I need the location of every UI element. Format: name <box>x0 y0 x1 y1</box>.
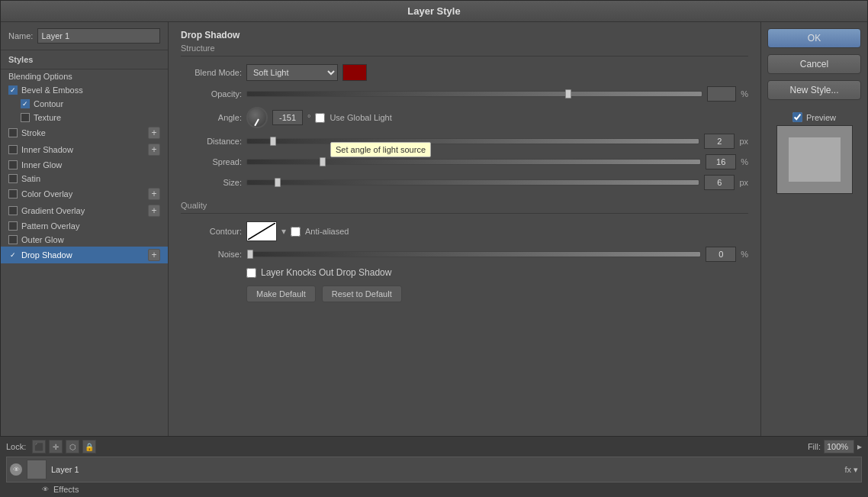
opacity-input[interactable] <box>707 86 736 102</box>
style-item-drop-shadow[interactable]: Drop Shadow + <box>1 247 168 263</box>
noise-input[interactable] <box>706 247 736 262</box>
blend-mode-select[interactable]: Soft Light Normal Multiply <box>246 64 338 81</box>
style-item-contour[interactable]: Contour <box>1 97 168 111</box>
spread-slider-thumb[interactable] <box>320 157 326 166</box>
texture-checkbox[interactable] <box>21 113 30 122</box>
inner-shadow-checkbox[interactable] <box>8 145 18 154</box>
lock-label: Lock: <box>6 442 26 451</box>
blending-options-item[interactable]: Blending Options <box>1 69 168 83</box>
satin-checkbox[interactable] <box>8 174 18 183</box>
reset-default-button[interactable]: Reset to Default <box>322 286 402 302</box>
drop-shadow-checkbox[interactable] <box>8 250 18 260</box>
drop-shadow-plus[interactable]: + <box>148 249 160 261</box>
action-buttons: Make Default Reset to Default <box>246 286 748 302</box>
preview-label: Preview <box>806 113 836 122</box>
size-slider-thumb[interactable] <box>275 178 281 187</box>
pattern-overlay-label: Pattern Overlay <box>21 221 79 231</box>
stroke-label: Stroke <box>21 128 46 137</box>
layer-fx-icon[interactable]: fx ▾ <box>844 465 858 475</box>
distance-input[interactable] <box>704 134 735 149</box>
lock-artboard-btn[interactable]: ⬡ <box>66 440 79 453</box>
spread-input[interactable] <box>706 154 736 169</box>
angle-input[interactable] <box>272 110 303 125</box>
style-item-outer-glow[interactable]: Outer Glow <box>1 233 168 247</box>
size-slider[interactable] <box>246 179 699 186</box>
distance-slider-thumb[interactable] <box>270 137 276 146</box>
style-item-texture[interactable]: Texture <box>1 111 168 124</box>
contour-preview[interactable] <box>246 221 277 241</box>
anti-aliased-checkbox[interactable] <box>291 227 301 237</box>
preview-inner <box>789 137 841 182</box>
gradient-overlay-label: Gradient Overlay <box>21 206 85 215</box>
distance-row: Distance: px <box>181 134 748 149</box>
style-item-bevel[interactable]: Bevel & Emboss <box>1 83 168 97</box>
layer-knocks-checkbox[interactable] <box>246 268 256 278</box>
ok-button[interactable]: OK <box>767 28 861 48</box>
use-global-label: Use Global Light <box>330 113 391 122</box>
color-overlay-checkbox[interactable] <box>8 189 18 198</box>
style-item-gradient-overlay[interactable]: Gradient Overlay + <box>1 202 168 219</box>
style-item-pattern-overlay[interactable]: Pattern Overlay <box>1 219 168 233</box>
contour-dropdown-icon[interactable]: ▾ <box>281 226 286 237</box>
use-global-checkbox[interactable] <box>315 113 325 123</box>
outer-glow-checkbox[interactable] <box>8 235 18 244</box>
outer-glow-label: Outer Glow <box>21 235 64 244</box>
spread-slider[interactable] <box>246 159 701 165</box>
layer-visibility-icon[interactable]: 👁 <box>10 463 22 476</box>
size-input[interactable] <box>704 175 735 190</box>
distance-unit: px <box>739 137 748 146</box>
dialog-titlebar: Layer Style <box>1 1 867 22</box>
name-input[interactable] <box>37 28 160 44</box>
opacity-label: Opacity: <box>181 89 242 98</box>
distance-slider[interactable] <box>246 138 699 144</box>
lock-pixels-btn[interactable]: ⬛ <box>32 440 46 453</box>
opacity-slider[interactable] <box>246 91 702 97</box>
make-default-button[interactable]: Make Default <box>246 286 316 302</box>
pattern-overlay-checkbox[interactable] <box>8 221 18 231</box>
style-item-color-overlay[interactable]: Color Overlay + <box>1 186 168 202</box>
style-item-inner-shadow[interactable]: Inner Shadow + <box>1 141 168 158</box>
cancel-button[interactable]: Cancel <box>767 54 861 74</box>
lock-all-btn[interactable]: 🔒 <box>82 440 96 453</box>
style-item-satin[interactable]: Satin <box>1 172 168 186</box>
styles-panel: Name: Styles Blending Options Bevel & Em… <box>1 22 169 496</box>
noise-unit: % <box>741 250 748 259</box>
fill-input[interactable] <box>824 440 854 453</box>
bottom-panel: Lock: ⬛ ✛ ⬡ 🔒 Fill: ▸ 👁 Layer 1 fx ▾ 👁 E… <box>0 436 868 497</box>
effects-visibility-icon[interactable]: 👁 <box>40 484 50 495</box>
opacity-slider-thumb[interactable] <box>565 89 571 98</box>
color-overlay-plus[interactable]: + <box>148 188 160 200</box>
shadow-color-swatch[interactable] <box>342 64 367 81</box>
inner-shadow-plus[interactable]: + <box>148 144 160 156</box>
noise-slider[interactable] <box>246 251 701 257</box>
settings-panel: Drop Shadow Structure Blend Mode: Soft L… <box>169 22 760 496</box>
contour-checkbox[interactable] <box>21 99 30 108</box>
stroke-plus[interactable]: + <box>148 127 160 139</box>
noise-label: Noise: <box>181 250 242 259</box>
angle-area: ° Use Global Light Set angle of light so… <box>246 107 392 128</box>
fill-slider-icon[interactable]: ▸ <box>857 441 862 452</box>
preview-checkbox[interactable] <box>792 112 802 122</box>
gradient-overlay-checkbox[interactable] <box>8 206 18 215</box>
angle-knob[interactable] <box>246 107 268 128</box>
angle-row: Angle: ° Use Global Light Set angle of l… <box>181 107 748 128</box>
gradient-overlay-plus[interactable]: + <box>148 205 160 217</box>
distance-label: Distance: <box>181 137 242 146</box>
stroke-checkbox[interactable] <box>8 128 18 137</box>
style-item-inner-glow[interactable]: Inner Glow <box>1 158 168 172</box>
layers-panel: Lock: ⬛ ✛ ⬡ 🔒 Fill: ▸ 👁 Layer 1 fx ▾ 👁 E… <box>0 437 868 497</box>
noise-slider-thumb[interactable] <box>247 250 253 259</box>
angle-label: Angle: <box>181 113 242 122</box>
bevel-checkbox[interactable] <box>8 86 18 95</box>
name-row: Name: <box>1 22 168 50</box>
inner-shadow-label: Inner Shadow <box>21 145 73 154</box>
spread-unit: % <box>741 157 748 166</box>
preview-thumbnail <box>776 125 853 194</box>
lock-move-btn[interactable]: ✛ <box>49 440 63 453</box>
drop-shadow-label: Drop Shadow <box>21 250 72 260</box>
layer-knocks-row: Layer Knocks Out Drop Shadow <box>246 267 748 278</box>
new-style-button[interactable]: New Style... <box>767 80 861 100</box>
style-item-stroke[interactable]: Stroke + <box>1 124 168 141</box>
texture-label: Texture <box>34 113 61 122</box>
inner-glow-checkbox[interactable] <box>8 160 18 169</box>
